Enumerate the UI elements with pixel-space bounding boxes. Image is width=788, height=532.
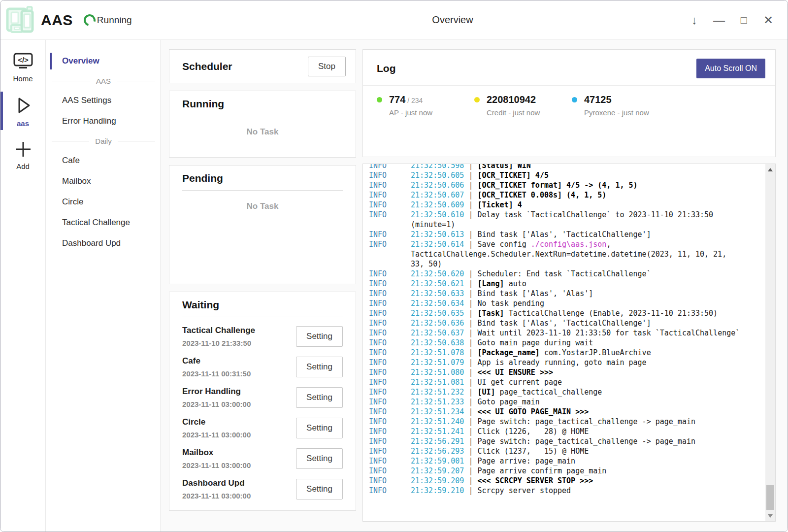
autoscroll-toggle-button[interactable]: Auto Scroll ON bbox=[696, 59, 765, 78]
scheduler-status: Running bbox=[97, 15, 132, 26]
log-message-part: UI get current page bbox=[477, 378, 562, 387]
nav-item-aas-settings[interactable]: AAS Settings bbox=[46, 90, 160, 111]
divider-line bbox=[117, 81, 155, 81]
log-line: INFO21:32:50.613 | Bind task ['Alas', 'T… bbox=[369, 230, 741, 239]
task-setting-button[interactable]: Setting bbox=[296, 326, 343, 347]
minimize-button[interactable]: — bbox=[707, 9, 731, 32]
nav-item-circle[interactable]: Circle bbox=[46, 192, 160, 212]
log-message-part: [Task] bbox=[477, 309, 504, 318]
log-line: INFO21:32:50.636 | Bind task ['Alas', 'T… bbox=[369, 318, 741, 328]
app-name: AAS bbox=[41, 12, 73, 29]
nav-item-overview[interactable]: Overview bbox=[46, 51, 160, 71]
log-message-part: ./config\aas.json bbox=[531, 240, 607, 249]
task-setting-button[interactable]: Setting bbox=[296, 479, 343, 499]
resource-stats: 774 / 234AP - just now220810942Credit - … bbox=[363, 86, 775, 117]
resource-stat: 774 / 234AP - just now bbox=[377, 94, 474, 117]
log-message-part: Scrcpy server stopped bbox=[477, 486, 571, 495]
rail-item-aas[interactable]: aas bbox=[0, 91, 45, 133]
stat-body: 774 / 234AP - just now bbox=[389, 94, 432, 117]
scroll-up-icon[interactable] bbox=[765, 165, 775, 174]
nav-item-mailbox[interactable]: Mailbox bbox=[46, 171, 160, 192]
task-setting-button[interactable]: Setting bbox=[296, 418, 343, 438]
rail-item-add[interactable]: Add bbox=[0, 135, 45, 175]
log-message-part: TacticalChallenge (Enable, 2023-11-10 21… bbox=[504, 309, 718, 318]
log-timestamp: 21:32:59.001 bbox=[411, 457, 464, 466]
log-level: INFO bbox=[369, 358, 387, 367]
log-separator: | bbox=[464, 447, 477, 456]
code-monitor-icon: </> bbox=[0, 52, 45, 71]
log-separator: | bbox=[464, 210, 477, 219]
task-column: Scheduler Stop Running No Task Pending N… bbox=[169, 49, 356, 522]
task-next-run: 2023-11-11 03:00:00 bbox=[182, 431, 251, 439]
nav-item-label: Overview bbox=[62, 56, 99, 66]
divider bbox=[182, 116, 343, 116]
task-info: Error Handling2023-11-11 03:00:00 bbox=[182, 387, 251, 408]
waiting-task-list: Tactical Challenge2023-11-10 21:33:50Set… bbox=[182, 321, 343, 504]
log-line: INFO21:32:51.241 | Click (1226, 28) @ HO… bbox=[369, 427, 741, 436]
nav-item-error-handling[interactable]: Error Handling bbox=[46, 111, 160, 132]
log-message-part: com.YostarJP.BlueArchive bbox=[540, 348, 651, 357]
scrollbar-thumb[interactable] bbox=[766, 485, 774, 510]
stop-button[interactable]: Stop bbox=[308, 57, 346, 76]
nav-item-dashboard-upd[interactable]: Dashboard Upd bbox=[46, 233, 160, 254]
log-separator: | bbox=[464, 407, 477, 416]
nav-item-label: Cafe bbox=[62, 156, 80, 166]
log-separator: | bbox=[464, 427, 477, 436]
log-separator: | bbox=[464, 171, 477, 180]
task-name: Dashboard Upd bbox=[182, 478, 251, 488]
log-message-part: [Lang] bbox=[477, 279, 504, 288]
log-separator: | bbox=[464, 309, 477, 318]
log-scrollbar[interactable] bbox=[765, 164, 775, 521]
task-setting-button[interactable]: Setting bbox=[296, 387, 343, 408]
play-icon bbox=[0, 95, 45, 116]
log-message-part: Save config bbox=[477, 240, 530, 249]
log-separator: | bbox=[464, 378, 477, 387]
task-next-run: 2023-11-10 21:33:50 bbox=[182, 339, 255, 347]
nav-sidebar: OverviewAASAAS SettingsError HandlingDai… bbox=[46, 40, 161, 532]
waiting-task-row: Dashboard Upd2023-11-11 03:00:00Setting bbox=[182, 474, 343, 504]
log-separator: | bbox=[464, 348, 477, 357]
maximize-button[interactable]: □ bbox=[731, 9, 756, 32]
nav-section-label: AAS bbox=[90, 77, 117, 85]
stat-label: AP - just now bbox=[389, 108, 432, 117]
log-message-part: Page switch: page_tactical_challenge -> … bbox=[477, 417, 695, 426]
log-scroll-area[interactable]: INFO21:32:50.598 | [Status] WININFO21:32… bbox=[363, 164, 765, 521]
task-setting-button[interactable]: Setting bbox=[296, 448, 343, 469]
log-level: INFO bbox=[369, 210, 387, 220]
rail-item-home[interactable]: </>Home bbox=[0, 48, 45, 88]
nav-item-tactical-challenge[interactable]: Tactical Challenge bbox=[46, 212, 160, 233]
log-timestamp: 21:32:50.633 bbox=[411, 289, 464, 298]
task-next-run: 2023-11-11 03:00:00 bbox=[182, 492, 251, 500]
waiting-task-row: Cafe2023-11-11 00:31:50Setting bbox=[182, 352, 343, 382]
log-level: INFO bbox=[369, 446, 387, 456]
nav-item-cafe[interactable]: Cafe bbox=[46, 150, 160, 171]
nav-item-label: Error Handling bbox=[62, 116, 116, 126]
scroll-down-icon[interactable] bbox=[765, 511, 775, 520]
log-message-part: Goto page_main bbox=[477, 398, 539, 406]
task-info: Cafe2023-11-11 00:31:50 bbox=[182, 356, 251, 378]
divider bbox=[182, 190, 343, 191]
log-timestamp: 21:32:50.634 bbox=[411, 299, 464, 308]
download-button[interactable]: ↓ bbox=[682, 9, 707, 32]
log-level: INFO bbox=[369, 180, 387, 190]
resource-stat: 220810942Credit - just now bbox=[474, 94, 572, 117]
close-button[interactable]: ✕ bbox=[756, 9, 781, 32]
log-message-part: Page arrive confirm page_main bbox=[477, 466, 606, 475]
log-level: INFO bbox=[369, 308, 387, 318]
task-setting-button[interactable]: Setting bbox=[296, 357, 343, 377]
log-line: INFO21:32:59.210 | Scrcpy server stopped bbox=[369, 486, 741, 496]
svg-text:</>: </> bbox=[18, 56, 29, 64]
log-separator: | bbox=[464, 269, 477, 278]
log-line: INFO21:32:59.001 | Page arrive: page_mai… bbox=[369, 456, 741, 466]
log-message-part: Bind task ['Alas', 'TacticalChallenge'] bbox=[477, 230, 651, 239]
log-timestamp: 21:32:51.080 bbox=[411, 368, 464, 377]
log-level: INFO bbox=[369, 486, 387, 496]
log-line: INFO21:32:56.291 | Page switch: page_tac… bbox=[369, 436, 741, 446]
log-separator: | bbox=[464, 200, 477, 209]
log-separator: | bbox=[464, 398, 477, 406]
app-logo-icon bbox=[5, 6, 38, 36]
log-line: INFO21:32:50.610 | Delay task `TacticalC… bbox=[369, 210, 741, 230]
waiting-task-row: Mailbox2023-11-11 03:00:00Setting bbox=[182, 443, 343, 474]
stat-value: 220810942 bbox=[487, 94, 540, 105]
window-controls: ↓—□✕ bbox=[682, 0, 781, 40]
